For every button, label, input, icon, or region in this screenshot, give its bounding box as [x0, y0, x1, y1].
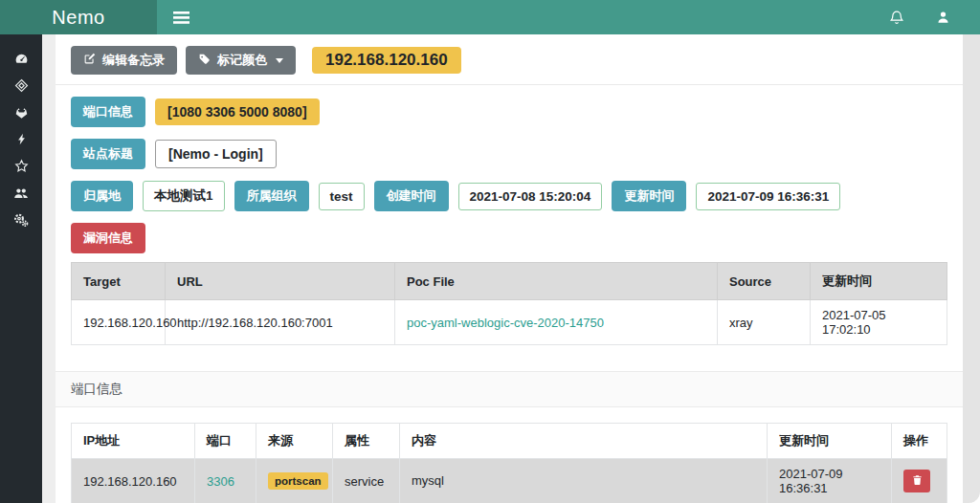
site-title-value: [Nemo - Login] — [155, 140, 277, 168]
sidebar-item-settings[interactable] — [0, 208, 42, 234]
delete-port-button[interactable] — [903, 470, 930, 492]
port-table: IP地址 端口 来源 属性 内容 更新时间 操作 192.168.120.160 — [71, 423, 947, 503]
col-source: Source — [718, 263, 811, 300]
target-ip-badge: 192.168.120.160 — [312, 47, 461, 74]
updated-time-value: 2021-07-09 16:36:31 — [696, 183, 840, 210]
sidebar-item-assets[interactable] — [0, 74, 42, 100]
vuln-target: 192.168.120.160 — [72, 300, 166, 345]
vuln-info-label: 漏洞信息 — [71, 223, 145, 253]
created-time-value: 2021-07-08 15:20:04 — [458, 183, 603, 210]
sidebar-item-users[interactable] — [0, 181, 42, 208]
vulnerability-table-header: Target URL Poc File Source 更新时间 — [72, 263, 947, 300]
cogs-icon — [13, 212, 29, 230]
created-time-label: 创建时间 — [374, 181, 449, 211]
port-card-title: 端口信息 — [56, 372, 963, 407]
mark-color-dropdown[interactable]: 标记颜色 — [186, 46, 296, 75]
users-icon — [13, 186, 29, 203]
sidebar-item-dashboard[interactable] — [0, 47, 42, 74]
toolbar: 编辑备忘录 标记颜色 192.168.120.160 — [71, 46, 947, 75]
col-attr: 属性 — [333, 424, 400, 459]
top-navbar: Nemo — [0, 0, 980, 34]
table-row: 192.168.120.160 http://192.168.120.160:7… — [72, 300, 947, 345]
col-port-update-time: 更新时间 — [768, 424, 892, 459]
main-content: 编辑备忘录 标记颜色 192.168.120.160 端口信息 [1080 33… — [56, 34, 963, 503]
left-gutter — [42, 34, 56, 503]
col-update-time: 更新时间 — [811, 263, 947, 300]
col-url: URL — [166, 263, 395, 300]
mark-color-label: 标记颜色 — [217, 52, 267, 69]
port-ip: 192.168.120.160 — [72, 459, 195, 503]
port-list-badge: [1080 3306 5000 8080] — [155, 98, 320, 125]
vuln-source: xray — [718, 300, 811, 345]
port-info-label: 端口信息 — [71, 97, 145, 127]
divider — [56, 84, 963, 85]
col-poc-file: Poc File — [395, 263, 718, 300]
col-ip: IP地址 — [72, 424, 195, 459]
poc-file-link[interactable]: poc-yaml-weblogic-cve-2020-14750 — [407, 316, 604, 330]
edit-memo-label: 编辑备忘录 — [102, 52, 165, 69]
col-origin: 来源 — [256, 424, 333, 459]
location-label: 归属地 — [71, 181, 133, 211]
gitlab-icon — [14, 105, 29, 122]
port-table-header: IP地址 端口 来源 属性 内容 更新时间 操作 — [72, 424, 947, 459]
bolt-icon — [15, 132, 28, 149]
site-title-row: 站点标题 [Nemo - Login] — [71, 139, 947, 169]
table-row: 192.168.120.160 3306 portscan service my… — [72, 459, 947, 503]
tag-icon — [198, 53, 211, 68]
sidebar-item-gitlab[interactable] — [0, 100, 42, 127]
star-icon — [14, 159, 29, 176]
user-icon[interactable] — [932, 7, 953, 28]
port-attr: service — [333, 459, 400, 503]
trash-icon — [912, 474, 923, 489]
codepen-diamond-icon — [14, 78, 29, 96]
port-info-card: 端口信息 IP地址 端口 来源 属性 内容 更新时间 操作 — [56, 371, 963, 503]
location-value: 本地测试1 — [143, 181, 225, 211]
left-sidebar — [0, 34, 42, 503]
bell-icon[interactable] — [886, 7, 907, 28]
vuln-update-time: 2021-07-05 17:02:10 — [811, 300, 947, 345]
port-update-time: 2021-07-09 16:36:31 — [768, 459, 892, 503]
sidebar-item-favorites[interactable] — [0, 154, 42, 181]
updated-time-label: 更新时间 — [612, 181, 686, 211]
port-number-link[interactable]: 3306 — [207, 474, 234, 489]
organization-label: 所属组织 — [234, 181, 309, 211]
sidebar-item-tasks[interactable] — [0, 127, 42, 154]
col-port: 端口 — [195, 424, 256, 459]
port-content: mysql — [400, 459, 768, 503]
port-info-row: 端口信息 [1080 3306 5000 8080] — [71, 97, 947, 127]
app-logo[interactable]: Nemo — [0, 0, 157, 34]
right-gutter — [963, 34, 980, 503]
chevron-down-icon — [276, 58, 283, 63]
hamburger-menu-icon[interactable] — [170, 7, 191, 28]
vuln-info-row: 漏洞信息 — [71, 223, 947, 253]
edit-icon — [83, 53, 96, 68]
site-title-label: 站点标题 — [71, 139, 145, 169]
organization-value: test — [319, 183, 365, 210]
col-target: Target — [72, 263, 166, 300]
col-content: 内容 — [400, 424, 768, 459]
col-actions: 操作 — [892, 424, 947, 459]
attributes-row: 归属地 本地测试1 所属组织 test 创建时间 2021-07-08 15:2… — [71, 181, 947, 211]
edit-memo-button[interactable]: 编辑备忘录 — [71, 46, 177, 75]
vuln-url: http://192.168.120.160:7001 — [166, 300, 395, 345]
tachometer-icon — [14, 52, 29, 69]
source-badge: portscan — [268, 472, 328, 490]
vulnerability-table: Target URL Poc File Source 更新时间 192.168.… — [71, 262, 947, 345]
